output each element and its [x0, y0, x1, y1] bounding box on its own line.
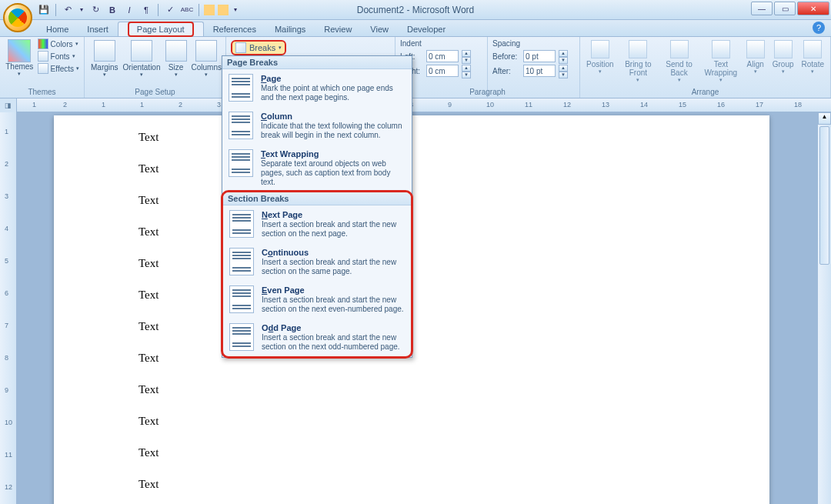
- section-breaks-highlight-box: Section Breaks Next PageInsert a section…: [221, 190, 413, 359]
- ruler-corner[interactable]: ◨: [0, 98, 17, 112]
- break-option-page-desc: Mark the point at which one page ends an…: [261, 84, 405, 102]
- tab-mailings[interactable]: Mailings: [265, 22, 315, 36]
- redo-icon[interactable]: ↻: [88, 3, 102, 17]
- document-viewport[interactable]: TextTextTextTextTextTextTextTextTextText…: [17, 112, 817, 504]
- tab-view[interactable]: View: [361, 22, 398, 36]
- spinner-down[interactable]: ▼: [559, 72, 568, 78]
- orientation-button[interactable]: Orientation▾: [122, 38, 162, 79]
- spellcheck-icon[interactable]: ✓: [163, 3, 177, 17]
- office-button[interactable]: [3, 3, 32, 32]
- spinner-down[interactable]: ▼: [462, 72, 471, 78]
- document-text-line[interactable]: Text: [138, 383, 685, 396]
- tab-review[interactable]: Review: [315, 22, 361, 36]
- tab-home[interactable]: Home: [37, 22, 78, 36]
- fonts-icon: [38, 51, 48, 62]
- highlight2-icon[interactable]: [218, 5, 229, 15]
- spinner-up[interactable]: ▲: [462, 65, 471, 72]
- size-button[interactable]: Size▾: [164, 38, 189, 79]
- spinner-down[interactable]: ▼: [462, 57, 471, 64]
- ribbon-group-page-setup: Margins▾ Orientation▾ Size▾ Columns▾ Pag…: [85, 37, 226, 98]
- spacing-before-input[interactable]: 0 pt: [523, 50, 556, 62]
- break-option-column[interactable]: ColumnIndicate that the text following t…: [222, 107, 412, 145]
- qat-dropdown-icon[interactable]: ▾: [232, 3, 239, 17]
- spacing-before-label: Before:: [492, 52, 520, 61]
- save-icon[interactable]: 💾: [37, 3, 51, 17]
- bold-icon[interactable]: B: [105, 3, 119, 17]
- group-button[interactable]: Group▾: [771, 38, 796, 85]
- section-break-option-even-page[interactable]: Even PageInsert a section break and star…: [223, 281, 411, 319]
- maximize-button[interactable]: ▭: [774, 2, 796, 15]
- tab-developer[interactable]: Developer: [398, 22, 455, 36]
- bring-to-front-button[interactable]: Bring to Front▾: [620, 38, 657, 85]
- section-break-option-next-page-title: Next Page: [262, 210, 405, 219]
- themes-label: Themes: [5, 62, 33, 71]
- break-option-text-wrapping-title: Text Wrapping: [261, 149, 405, 159]
- undo-icon[interactable]: ↶: [61, 3, 75, 17]
- title-bar: 💾 ↶ ▾ ↻ B I ¶ ✓ ABC ▾ Document2 - Micros…: [0, 0, 831, 20]
- italic-icon[interactable]: I: [122, 3, 136, 17]
- rotate-icon: [803, 40, 822, 58]
- break-option-column-icon: [229, 112, 253, 139]
- document-text-line[interactable]: Text: [138, 446, 685, 459]
- themes-button[interactable]: Themes ▾: [5, 38, 35, 77]
- bring-front-icon: [629, 40, 647, 58]
- horizontal-ruler[interactable]: ◨ 121123456789101112131415161718: [0, 98, 831, 112]
- text-wrapping-button[interactable]: Text Wrapping▾: [702, 38, 740, 85]
- section-break-option-continuous-title: Continuous: [262, 248, 405, 257]
- tab-insert[interactable]: Insert: [78, 22, 118, 36]
- spinner-down[interactable]: ▼: [559, 57, 568, 64]
- document-text-line[interactable]: Text: [138, 415, 685, 428]
- spinner-up[interactable]: ▲: [462, 50, 471, 57]
- vertical-ruler[interactable]: 123456789101112: [0, 112, 17, 504]
- effects-button[interactable]: Effects▾: [38, 63, 79, 74]
- rotate-button[interactable]: Rotate▾: [800, 38, 826, 85]
- colors-button[interactable]: Colors▾: [38, 38, 79, 49]
- break-option-page[interactable]: PageMark the point at which one page end…: [222, 69, 412, 107]
- indent-right-input[interactable]: 0 cm: [426, 65, 459, 77]
- margins-button[interactable]: Margins▾: [89, 38, 120, 79]
- section-break-option-next-page[interactable]: Next PageInsert a section break and star…: [223, 205, 411, 243]
- group-icon: [774, 40, 793, 58]
- section-break-option-continuous[interactable]: ContinuousInsert a section break and sta…: [223, 243, 411, 281]
- columns-button[interactable]: Columns▾: [190, 38, 223, 79]
- send-to-back-button[interactable]: Send to Back▾: [661, 38, 697, 85]
- spacing-after-label: After:: [492, 67, 520, 75]
- size-icon: [165, 40, 187, 62]
- position-icon: [591, 40, 609, 58]
- spacing-after-input[interactable]: 10 pt: [523, 65, 556, 77]
- margins-icon: [94, 40, 115, 62]
- document-text-line[interactable]: Text: [138, 478, 685, 491]
- undo-dropdown-icon[interactable]: ▾: [78, 3, 85, 17]
- vertical-scrollbar[interactable]: ▲: [817, 112, 831, 504]
- indent-left-input[interactable]: 0 cm: [426, 50, 459, 62]
- spinner-up[interactable]: ▲: [559, 65, 568, 72]
- send-back-icon: [670, 40, 689, 58]
- section-break-option-next-page-icon: [229, 210, 254, 238]
- tab-references[interactable]: References: [204, 22, 265, 36]
- breaks-button[interactable]: Breaks ▾: [231, 40, 286, 55]
- break-option-text-wrapping-icon: [229, 149, 253, 177]
- abc-icon[interactable]: ABC: [180, 3, 194, 17]
- fonts-button[interactable]: Fonts▾: [38, 51, 79, 62]
- align-button[interactable]: Align▾: [745, 38, 766, 85]
- help-icon[interactable]: ?: [813, 22, 825, 34]
- scroll-thumb[interactable]: [819, 126, 829, 265]
- effects-icon: [38, 63, 48, 74]
- spinner-up[interactable]: ▲: [559, 50, 568, 57]
- minimize-button[interactable]: —: [751, 2, 773, 15]
- breaks-label: Breaks: [249, 43, 275, 52]
- group-label-themes: Themes: [0, 88, 84, 96]
- scroll-up-button[interactable]: ▲: [818, 112, 831, 125]
- close-button[interactable]: ✕: [797, 2, 829, 15]
- paragraph-marks-icon[interactable]: ¶: [139, 3, 153, 17]
- position-button[interactable]: Position▾: [585, 38, 616, 85]
- text-wrap-icon: [712, 40, 730, 58]
- section-break-option-odd-page-icon: [229, 323, 254, 351]
- align-icon: [746, 40, 765, 58]
- tab-page-layout[interactable]: Page Layout: [118, 22, 204, 36]
- break-option-text-wrapping[interactable]: Text WrappingSeparate text around object…: [222, 145, 412, 192]
- ribbon-group-spacing: Spacing Before: 0 pt ▲▼ After: 10 pt ▲▼: [488, 37, 580, 98]
- section-break-option-odd-page[interactable]: Odd PageInsert a section break and start…: [223, 319, 411, 356]
- highlight-icon[interactable]: [204, 5, 215, 15]
- separator: [55, 4, 56, 16]
